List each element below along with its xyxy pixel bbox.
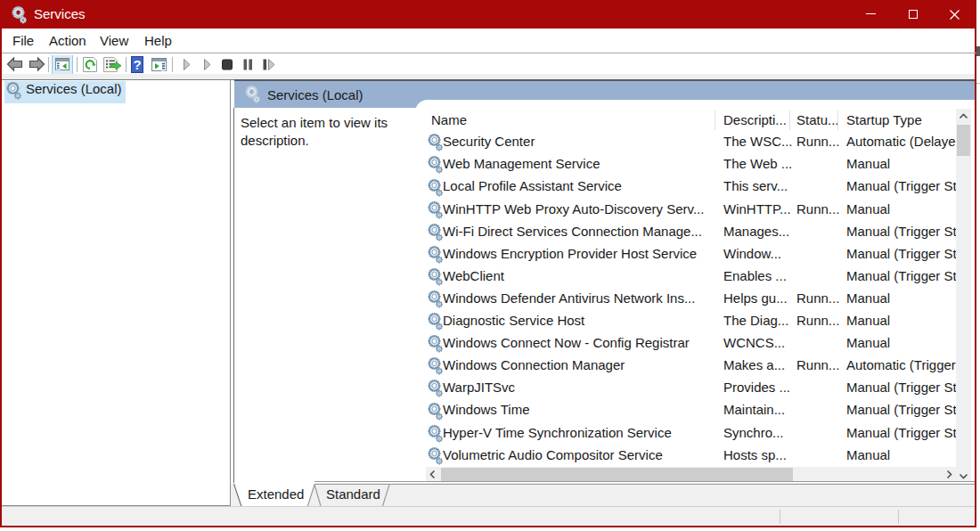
svg-text:?: ? [133, 57, 141, 72]
